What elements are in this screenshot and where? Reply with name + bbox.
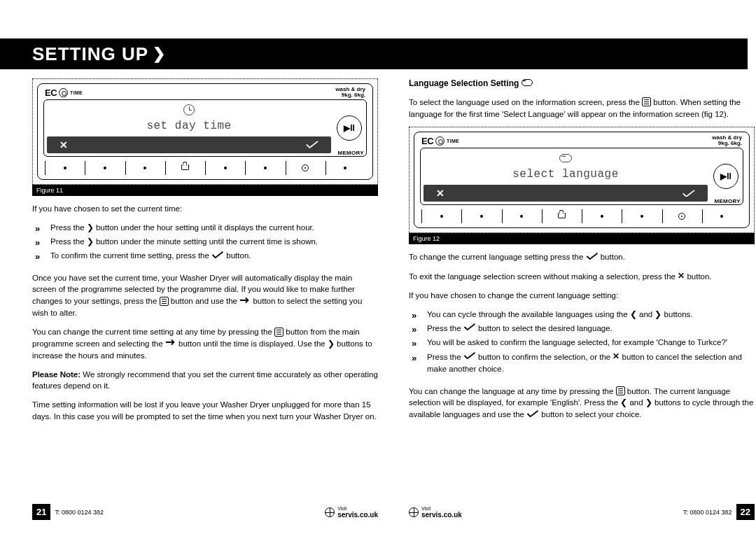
opt-1[interactable] [45, 161, 85, 175]
left-bullet-2: Press the ❯ button under the minute sett… [32, 236, 378, 248]
x-icon: ✕ [678, 270, 685, 282]
right-bullet-4: Press the button to confirm the selectio… [409, 351, 755, 376]
memory-label: MEMORY [337, 150, 364, 156]
opt-memory[interactable] [326, 161, 365, 175]
right-p4: If you have chosen to change the current… [409, 290, 755, 302]
arrow-right-icon [165, 337, 176, 349]
x-icon: ✕ [612, 351, 620, 363]
opt-target[interactable] [662, 209, 702, 223]
option-row: MEMORY [43, 157, 367, 175]
telephone: T: 0800 0124 382 [683, 509, 732, 516]
play-pause-button[interactable]: ▶II [713, 164, 738, 189]
drum-icon [435, 136, 444, 146]
left-p2: Once you have set the current time, your… [32, 272, 378, 319]
opt-4[interactable] [205, 161, 245, 175]
right-bullet-1: You can cycle through the available lang… [409, 309, 755, 321]
lock-icon [558, 213, 566, 220]
globe-icon [409, 507, 419, 517]
confirm-icon[interactable] [306, 141, 318, 149]
wash-dry-label: wash & dry9kg. 6kg. [335, 87, 365, 98]
figure-12: ECTIME wash & dry9kg. 6kg. select langua… [409, 127, 755, 233]
footer-left: 21 T: 0800 0124 382 Visitservis.co.uk [32, 504, 378, 520]
opt-lock[interactable] [542, 209, 582, 223]
left-p4: Time setting information will be lost if… [32, 399, 378, 422]
chevron-right-icon: ❯ [153, 45, 165, 62]
opt-3[interactable] [125, 161, 165, 175]
screen-text: set day time [47, 120, 331, 132]
left-p3: You can change the current time setting … [32, 326, 378, 362]
language-heading: Language Selection Setting [409, 78, 755, 88]
check-icon [586, 251, 598, 263]
right-bullet-2: Press the button to select the desired l… [409, 323, 755, 335]
page-title: SETTING UP [0, 38, 148, 69]
website-link[interactable]: Visitservis.co.uk [325, 505, 378, 519]
opt-lock[interactable] [165, 161, 205, 175]
right-p1: To select the language used on the infor… [409, 97, 755, 120]
left-p1: If you have chosen to set the current ti… [32, 203, 378, 215]
wash-dry-label: wash & dry9kg. 6kg. [712, 135, 742, 146]
opt-4[interactable] [582, 209, 622, 223]
opt-5[interactable] [245, 161, 285, 175]
cancel-icon[interactable]: ✕ [436, 188, 444, 199]
menu-icon [642, 97, 651, 106]
check-icon [463, 351, 476, 363]
opt-5[interactable] [622, 209, 662, 223]
check-icon [463, 322, 476, 334]
telephone: T: 0800 0124 382 [55, 509, 104, 516]
left-page: ECTIME wash & dry9kg. 6kg. set day time … [32, 78, 378, 429]
right-p2: To change the current language setting p… [409, 251, 755, 263]
globe-icon [325, 507, 335, 517]
left-bullet-1: Press the ❯ button under the hour settin… [32, 222, 378, 234]
screen-text: select language [424, 168, 708, 181]
figure-11: ECTIME wash & dry9kg. 6kg. set day time … [32, 78, 378, 185]
target-icon [678, 213, 685, 220]
right-p3: To exit the language selection screen wi… [409, 271, 755, 283]
cancel-icon[interactable]: ✕ [59, 139, 68, 150]
menu-icon [274, 328, 284, 337]
opt-2[interactable] [85, 161, 125, 175]
right-page: Language Selection Setting To select the… [409, 78, 755, 428]
confirm-bar: ✕ [47, 136, 331, 153]
speech-icon [559, 154, 572, 162]
clock-icon [183, 104, 195, 115]
eco-label: ECTIME [421, 136, 459, 146]
left-note: Please Note: We strongly recommend that … [32, 369, 378, 392]
lock-icon [181, 164, 189, 172]
left-bullet-3: To confirm the current time setting, pre… [32, 250, 378, 262]
check-icon [211, 250, 224, 262]
website-link[interactable]: Visitservis.co.uk [409, 505, 462, 519]
opt-1[interactable] [421, 209, 461, 223]
play-pause-button[interactable]: ▶II [337, 115, 362, 141]
memory-label: MEMORY [714, 198, 741, 204]
menu-icon [616, 386, 625, 395]
right-p5: You can change the language at any time … [409, 386, 755, 421]
figure-11-caption: Figure 11 [32, 185, 378, 196]
footer-right: Visitservis.co.uk T: 0800 0124 382 22 [409, 504, 755, 520]
eco-label: ECTIME [45, 87, 83, 98]
confirm-bar: ✕ [424, 185, 708, 202]
page-number-right: 22 [736, 504, 755, 520]
right-bullet-3: You will be asked to confirm the languag… [409, 337, 755, 349]
opt-3[interactable] [502, 209, 542, 223]
opt-2[interactable] [461, 209, 501, 223]
confirm-icon[interactable] [682, 189, 695, 197]
speech-icon [522, 79, 533, 86]
opt-target[interactable] [286, 161, 326, 175]
opt-memory[interactable] [702, 209, 742, 223]
page-number-left: 21 [32, 504, 50, 520]
check-icon [526, 409, 539, 421]
drum-icon [59, 88, 68, 97]
option-row: MEMORY [420, 205, 743, 223]
header-band: SETTING UP❯ [0, 38, 748, 69]
arrow-right-icon [239, 295, 251, 307]
figure-12-caption: Figure 12 [409, 233, 755, 244]
target-icon [302, 164, 309, 171]
menu-icon [160, 297, 169, 306]
